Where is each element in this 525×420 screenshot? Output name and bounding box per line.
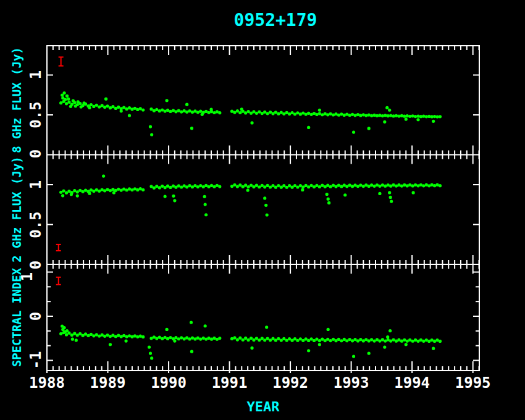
- data-point: [190, 321, 193, 324]
- data-point: [326, 193, 329, 196]
- data-point: [264, 204, 267, 207]
- data-point: [351, 185, 354, 188]
- data-point: [321, 184, 324, 187]
- data-point: [174, 336, 177, 339]
- data-point: [196, 337, 200, 340]
- data-point: [307, 126, 310, 129]
- data-point: [334, 185, 337, 188]
- data-point: [364, 338, 368, 341]
- data-point: [416, 184, 419, 187]
- data-point: [389, 185, 392, 188]
- data-point: [348, 338, 351, 341]
- data-point: [318, 112, 321, 115]
- data-point: [301, 185, 304, 188]
- data-point: [266, 112, 269, 115]
- data-point: [191, 111, 194, 114]
- data-point: [315, 113, 318, 116]
- data-point: [180, 336, 183, 339]
- data-point: [95, 333, 98, 336]
- y-ticks: [47, 75, 479, 115]
- data-point: [236, 109, 239, 112]
- data-point: [422, 340, 425, 343]
- data-point: [282, 337, 285, 340]
- data-point: [414, 115, 417, 118]
- data-point: [301, 339, 304, 342]
- data-point: [388, 109, 391, 112]
- data-point: [427, 115, 430, 118]
- data-point: [370, 183, 373, 187]
- data-point: [212, 337, 216, 340]
- data-point: [351, 339, 354, 342]
- data-point: [139, 187, 142, 190]
- data-point: [372, 339, 376, 342]
- data-point: [238, 183, 242, 187]
- data-point: [204, 213, 208, 216]
- data-point: [395, 340, 398, 343]
- x-tick-label: 1992: [272, 374, 308, 392]
- data-point: [82, 190, 85, 193]
- data-point: [301, 188, 304, 191]
- data-point: [329, 112, 332, 116]
- light-curve-figure: 0952+179 8 GHz FLUX (Jy) 2 GHz FLUX (Jy)…: [0, 0, 525, 420]
- y-tick-label: 1: [19, 272, 36, 280]
- data-point: [430, 115, 434, 118]
- data-point: [419, 115, 422, 118]
- data-point: [274, 111, 277, 114]
- data-point: [405, 343, 408, 346]
- data-point: [378, 339, 381, 342]
- plot-title: 0952+179: [234, 10, 317, 30]
- data-point: [158, 336, 161, 339]
- data-point: [169, 336, 172, 339]
- data-point: [318, 343, 321, 346]
- data-point: [242, 185, 245, 188]
- x-tick-label: 1990: [151, 374, 187, 392]
- data-point: [165, 99, 168, 102]
- data-point: [117, 188, 120, 191]
- data-point: [98, 334, 101, 337]
- data-point: [340, 112, 343, 116]
- data-point: [209, 108, 212, 111]
- data-point: [327, 328, 330, 331]
- data-point: [106, 104, 109, 107]
- data-point: [261, 337, 264, 340]
- data-point: [212, 111, 216, 114]
- data-point: [84, 332, 87, 335]
- data-point: [104, 98, 107, 101]
- data-point: [296, 339, 299, 342]
- data-point: [416, 118, 419, 121]
- data-point: [230, 110, 233, 113]
- data-point: [408, 338, 411, 342]
- data-point: [309, 337, 313, 340]
- data-point: [348, 183, 351, 187]
- data-point: [190, 127, 193, 130]
- data-point: [370, 114, 373, 117]
- data-point: [425, 115, 428, 118]
- data-point: [340, 185, 343, 188]
- data-point: [207, 337, 210, 340]
- data-point: [387, 183, 390, 187]
- data-point: [75, 338, 78, 342]
- data-point: [230, 185, 233, 188]
- data-point: [271, 337, 274, 340]
- data-point: [247, 185, 250, 188]
- data-point: [250, 112, 253, 115]
- data-point: [435, 183, 439, 187]
- data-point: [430, 183, 434, 187]
- data-point: [233, 183, 236, 187]
- data-point: [290, 186, 293, 189]
- data-point: [130, 107, 133, 111]
- data-point: [392, 338, 395, 342]
- data-point: [332, 183, 335, 187]
- data-point: [324, 185, 327, 188]
- data-point: [290, 111, 293, 114]
- data-point: [136, 108, 139, 111]
- data-point: [408, 183, 411, 187]
- data-point: [299, 112, 302, 116]
- data-point: [193, 109, 196, 112]
- data-point: [218, 111, 221, 114]
- data-point: [392, 183, 395, 187]
- data-point: [285, 339, 288, 342]
- data-point: [318, 109, 321, 112]
- x-ticks: [47, 46, 479, 373]
- data-point: [128, 106, 131, 109]
